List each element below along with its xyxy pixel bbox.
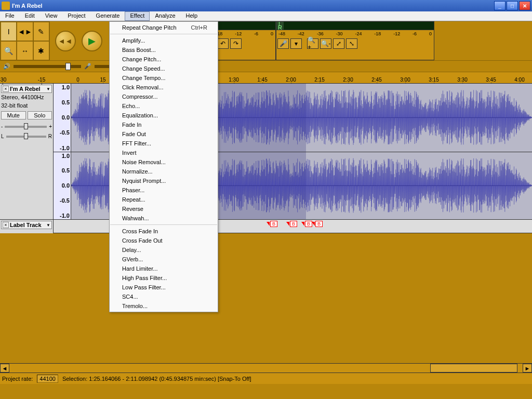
effect-repeat-label: Repeat Change Pitch <box>122 24 177 31</box>
track-format-2: 32-bit float <box>1 101 52 110</box>
effect-item[interactable]: Wahwah... <box>110 214 218 223</box>
effect-repeat-shortcut: Ctrl+R <box>191 24 207 31</box>
timeline-ruler[interactable]: -30-150151:301:452:002:152:302:453:003:1… <box>0 72 532 84</box>
draw-tool-icon[interactable]: ✎ <box>33 22 49 41</box>
fit-selection-button[interactable]: ⤢ <box>333 38 344 49</box>
project-rate-label: Project rate: <box>2 376 33 382</box>
effect-item[interactable]: Fade In <box>110 120 218 129</box>
menu-effect[interactable]: Effect <box>125 11 150 21</box>
output-volume-slider[interactable] <box>14 65 81 68</box>
effect-item[interactable]: Click Removal... <box>110 83 218 92</box>
meter-r-label: R <box>278 26 282 30</box>
effect-item[interactable]: Amplify... <box>110 36 218 45</box>
mixer-row: 🔊 🎤 <box>0 61 532 72</box>
menu-separator <box>110 224 217 225</box>
effect-item[interactable]: Normalize... <box>110 167 218 176</box>
label-track-name: Label Track <box>10 222 46 228</box>
rewind-button[interactable]: ◄◄ <box>55 31 76 51</box>
track-close-button[interactable]: × <box>3 86 9 92</box>
selection-tool-icon[interactable]: I <box>1 22 17 41</box>
effect-item[interactable]: Nyquist Prompt... <box>110 176 218 185</box>
label-track: × Label Track ▼ BBBB <box>0 220 532 233</box>
effect-repeat-last[interactable]: Repeat Change Pitch Ctrl+R <box>110 23 218 32</box>
envelope-tool-icon[interactable]: ◄► <box>17 22 33 41</box>
audio-track: × I'm A Rebel ▼ Stereo, 44100Hz 32-bit f… <box>0 84 532 220</box>
gain-minus-label: - <box>1 124 3 129</box>
effect-item[interactable]: Echo... <box>110 101 218 111</box>
track-name-label: I'm A Rebel <box>10 86 46 92</box>
timeline-tick: 2:45 <box>371 77 381 83</box>
label-marker[interactable]: B <box>267 221 277 227</box>
window-title: I'm A Rebel <box>12 3 494 9</box>
zoom-tool-icon[interactable]: 🔍 <box>1 41 17 60</box>
effect-item[interactable]: Tremolo... <box>110 301 218 311</box>
speaker-icon: 🔊 <box>3 63 10 70</box>
effect-item[interactable]: Change Tempo... <box>110 73 218 83</box>
multi-tool-icon[interactable]: ✱ <box>33 41 49 60</box>
effect-item[interactable]: Hard Limiter... <box>110 264 218 273</box>
menu-project[interactable]: Project <box>62 11 90 21</box>
effect-item[interactable]: Repeat... <box>110 195 218 204</box>
scrollbar-thumb[interactable] <box>430 364 517 373</box>
project-rate-value[interactable]: 44100 <box>37 375 58 383</box>
effect-item[interactable]: FFT Filter... <box>110 139 218 148</box>
scroll-right-button[interactable]: ► <box>523 364 532 373</box>
timeline-tick: 1:45 <box>257 77 267 83</box>
effect-item[interactable]: Low Pass Filter... <box>110 283 218 292</box>
menu-generate[interactable]: Generate <box>91 11 125 21</box>
track-name-dropdown[interactable]: × I'm A Rebel ▼ <box>1 85 52 93</box>
effect-item[interactable]: Phaser... <box>110 185 218 195</box>
label-track-dropdown[interactable]: × Label Track ▼ <box>1 221 52 229</box>
label-marker[interactable]: B <box>312 221 323 227</box>
menu-help[interactable]: Help <box>181 11 203 21</box>
effect-item[interactable]: Bass Boost... <box>110 45 218 55</box>
zoom-in-button[interactable]: 🔍+ <box>307 38 318 49</box>
maximize-button[interactable]: □ <box>507 1 518 10</box>
tool-palette: I ◄► ✎ 🔍 ↔ ✱ <box>0 21 50 61</box>
effect-item[interactable]: High Pass Filter... <box>110 273 218 283</box>
close-button[interactable]: ✕ <box>519 1 530 10</box>
mute-button[interactable]: Mute <box>1 111 26 119</box>
gain-slider[interactable] <box>5 126 47 128</box>
minimize-button[interactable]: _ <box>494 1 506 10</box>
track-format-1: Stereo, 44100Hz <box>1 93 52 101</box>
effect-item[interactable]: Noise Removal... <box>110 157 218 167</box>
effect-item[interactable]: Delay... <box>110 245 218 255</box>
menu-analyze[interactable]: Analyze <box>150 11 180 21</box>
mic-icon: 🎤 <box>277 38 289 49</box>
redo-button[interactable]: ↷ <box>230 38 242 49</box>
pan-r-label: R <box>48 134 52 139</box>
effect-item[interactable]: Compressor... <box>110 92 218 101</box>
solo-button[interactable]: Solo <box>28 111 52 119</box>
input-meter[interactable]: LR -48-42-36-30-24-18-12-60 🎤 ▾ 🔍+ 🔍- ⤢ … <box>276 21 434 60</box>
effect-item[interactable]: GVerb... <box>110 255 218 264</box>
fit-project-button[interactable]: ⤡ <box>346 38 357 49</box>
effect-item[interactable]: SC4... <box>110 292 218 301</box>
horizontal-scrollbar[interactable]: ◄ ► <box>0 363 532 373</box>
play-icon: ▶ <box>88 35 96 47</box>
effect-item[interactable]: Cross Fade Out <box>110 236 218 245</box>
effect-item[interactable]: Equalization... <box>110 111 218 120</box>
undo-button[interactable]: ↶ <box>217 38 229 49</box>
menu-file[interactable]: File <box>0 11 20 21</box>
scroll-left-button[interactable]: ◄ <box>0 364 9 373</box>
play-button[interactable]: ▶ <box>82 31 102 51</box>
label-marker[interactable]: B <box>301 221 312 227</box>
effect-item[interactable]: Fade Out <box>110 129 218 139</box>
timeshift-tool-icon[interactable]: ↔ <box>17 41 33 60</box>
menu-view[interactable]: View <box>40 11 63 21</box>
pan-slider[interactable] <box>6 136 46 138</box>
label-marker[interactable]: B <box>286 221 297 227</box>
menu-edit[interactable]: Edit <box>20 11 40 21</box>
selection-status: Selection: 1:25.164066 - 2:11.098942 (0:… <box>62 376 251 382</box>
input-dropdown-button[interactable]: ▾ <box>290 38 302 49</box>
effect-item[interactable]: Change Speed... <box>110 64 218 73</box>
effect-item[interactable]: Change Pitch... <box>110 55 218 64</box>
effect-item[interactable]: Reverse <box>110 204 218 214</box>
effect-item[interactable]: Cross Fade In <box>110 227 218 236</box>
track-close-button[interactable]: × <box>3 222 9 228</box>
chevron-down-icon: ▼ <box>46 87 50 91</box>
amplitude-scale: 1.00.50.0-0.5-1.0 <box>54 152 71 220</box>
effect-item[interactable]: Invert <box>110 148 218 157</box>
zoom-out-button[interactable]: 🔍- <box>320 38 331 49</box>
